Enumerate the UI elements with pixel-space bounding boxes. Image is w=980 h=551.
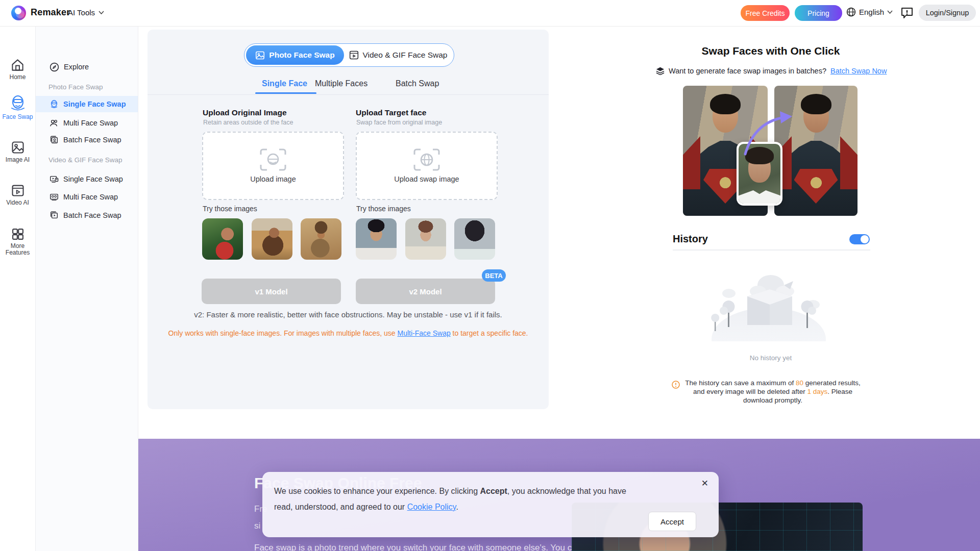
history-max-count: 80: [796, 379, 803, 387]
upload-target-label: Upload swap image: [394, 175, 459, 183]
sidebar-item-video-multi-face-swap[interactable]: Multi Face Swap: [35, 189, 138, 205]
hero-paragraph-fragment-2: si: [254, 521, 260, 531]
rail-item-video-ai[interactable]: Video AI: [0, 183, 35, 206]
sample-image-original-3[interactable]: [301, 218, 341, 260]
remaker-logo-icon[interactable]: [11, 6, 26, 20]
history-divider: [673, 249, 870, 251]
tab-multiple-faces[interactable]: Multiple Faces: [315, 79, 368, 88]
sample-image-target-1[interactable]: [356, 218, 397, 260]
close-icon[interactable]: ✕: [701, 478, 708, 489]
feedback-button[interactable]: [900, 6, 914, 19]
language-label: English: [859, 8, 884, 16]
sidebar-item-video-batch-face-swap[interactable]: Batch Face Swap: [35, 207, 138, 223]
rail-item-more-features[interactable]: More Features: [0, 227, 35, 256]
cookie-banner: We use cookies to enhance your experienc…: [262, 472, 719, 537]
mode-toggle: Photo Face Swap Video & GIF Face Swap: [244, 43, 454, 67]
chevron-down-icon: [887, 10, 893, 14]
ai-tools-label: AI Tools: [68, 8, 95, 17]
tab-batch-swap[interactable]: Batch Swap: [396, 79, 439, 88]
batch-swap-now-link[interactable]: Batch Swap Now: [830, 67, 887, 75]
v1-model-button[interactable]: v1 Model: [202, 279, 341, 304]
cookie-text: We use cookies to enhance your experienc…: [274, 483, 631, 515]
rail-item-image-ai[interactable]: Image AI: [0, 140, 35, 163]
batch-stack-icon: [50, 135, 59, 144]
v2-model-button[interactable]: v2 Model: [356, 279, 495, 304]
free-credits-button[interactable]: Free Credits: [741, 5, 790, 21]
upload-target-dropzone[interactable]: Upload swap image: [356, 132, 498, 200]
tabs-divider: [148, 94, 549, 95]
secondary-sidebar: Explore Photo Face Swap Single Face Swap…: [35, 26, 138, 551]
sample-image-target-3[interactable]: [454, 218, 495, 260]
history-retention: 1 days: [807, 388, 828, 395]
rail-item-home[interactable]: Home: [0, 58, 35, 81]
sample-image-target-2[interactable]: [405, 218, 446, 260]
history-note: The history can save a maximum of 80 gen…: [683, 379, 863, 405]
top-navbar: Remaker AI Tools Free Credits Pricing En…: [0, 0, 980, 27]
layers-icon: [656, 67, 665, 75]
ai-tools-dropdown[interactable]: AI Tools: [68, 8, 104, 17]
history-title: History: [673, 233, 708, 245]
rail-item-face-swap[interactable]: Face Swap: [0, 94, 35, 120]
scan-face-icon: [260, 148, 286, 171]
sidebar-item-explore[interactable]: Explore: [35, 59, 138, 75]
single-face-warning: Only works with single-face images. For …: [148, 329, 549, 337]
hero-paragraph-line: Face swap is a photo trend where you swi…: [254, 543, 581, 551]
video-multi-face-icon: [50, 192, 59, 202]
swap-arrow-icon: [735, 107, 801, 156]
right-panel-title: Swap Faces with One Click: [671, 45, 870, 57]
upload-target-subtitle: Swap face from original image: [356, 119, 442, 126]
try-images-target-label: Try those images: [356, 205, 411, 213]
v2-note: v2: Faster & more realistic, better with…: [148, 310, 549, 319]
image-icon: [11, 140, 25, 155]
sample-image-original-1[interactable]: [202, 218, 243, 260]
chevron-down-icon: [99, 11, 104, 14]
sidebar-item-single-face-swap[interactable]: Single Face Swap: [35, 96, 138, 112]
video-single-face-icon: [50, 174, 59, 184]
info-icon: [672, 380, 680, 389]
upload-original-title: Upload Original Image: [203, 108, 287, 117]
cookie-policy-link[interactable]: Cookie Policy: [407, 503, 456, 511]
video-clapper-icon: [11, 183, 25, 197]
pricing-button[interactable]: Pricing: [795, 5, 842, 21]
upload-original-subtitle: Retain areas outside of the face: [203, 119, 293, 126]
active-tab-underline: [255, 92, 316, 94]
sidebar-item-multi-face-swap[interactable]: Multi Face Swap: [35, 115, 138, 131]
swap-globe-icon: [413, 148, 440, 171]
home-icon: [11, 58, 24, 72]
upload-original-label: Upload image: [250, 175, 296, 183]
icon-rail: Home Face Swap Image AI: [0, 26, 36, 551]
section-label-photo-face-swap: Photo Face Swap: [48, 83, 103, 91]
upload-original-dropzone[interactable]: Upload image: [202, 132, 344, 200]
app-root: Remaker AI Tools Free Credits Pricing En…: [0, 0, 980, 551]
batch-prompt-row: Want to generate face swap images in bat…: [656, 67, 887, 75]
login-signup-button[interactable]: Login/Signup: [919, 5, 976, 21]
accept-cookies-button[interactable]: Accept: [648, 512, 696, 531]
single-face-swap-icon: [50, 99, 59, 109]
feedback-bubble-icon: [900, 6, 914, 19]
video-batch-icon: [50, 211, 59, 220]
tab-single-face[interactable]: Single Face: [262, 79, 307, 88]
video-gif-face-swap-toggle[interactable]: Video & GIF Face Swap: [344, 51, 452, 60]
sidebar-item-batch-face-swap[interactable]: Batch Face Swap: [35, 132, 138, 148]
language-selector[interactable]: English: [846, 7, 893, 17]
multi-face-swap-link[interactable]: Multi-Face Swap: [397, 329, 450, 337]
no-history-text: No history yet: [671, 354, 870, 362]
sidebar-item-video-single-face-swap[interactable]: Single Face Swap: [35, 171, 138, 187]
section-label-video-gif-face-swap: Video & GIF Face Swap: [48, 156, 122, 164]
empty-history-illustration: [708, 254, 829, 341]
batch-prompt-text: Want to generate face swap images in bat…: [669, 67, 826, 75]
grid-icon: [11, 227, 25, 241]
sample-image-original-2[interactable]: [252, 218, 292, 260]
globe-icon: [846, 7, 856, 17]
face-swap-icon: [9, 94, 27, 112]
photo-icon: [255, 51, 265, 60]
brand-name: Remaker: [31, 7, 70, 18]
video-icon: [349, 51, 359, 60]
history-toggle[interactable]: [849, 234, 870, 244]
try-images-original-label: Try those images: [203, 205, 257, 213]
beta-badge: BETA: [482, 269, 506, 282]
photo-face-swap-toggle[interactable]: Photo Face Swap: [246, 45, 344, 65]
upload-target-title: Upload Target face: [356, 108, 426, 117]
multi-people-icon: [50, 118, 59, 128]
compass-icon: [50, 62, 59, 72]
